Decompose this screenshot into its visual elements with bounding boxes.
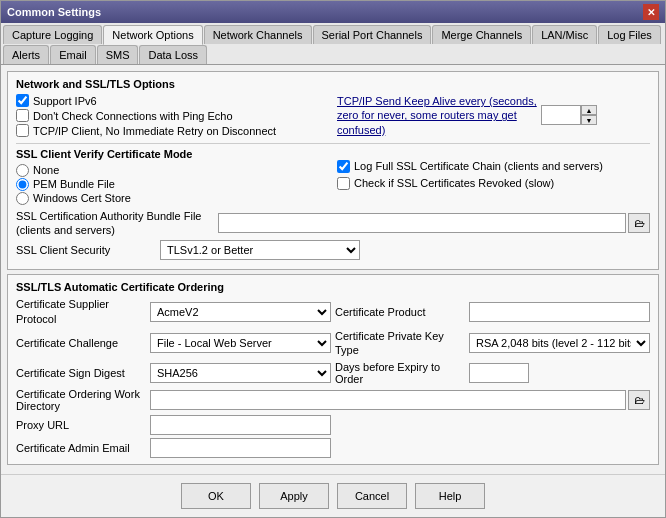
challenge-label: Certificate Challenge <box>16 337 146 349</box>
ssl-client-security-select[interactable]: TLSv1.2 or Better TLSv1.3 or Better Any … <box>160 240 360 260</box>
product-label: Certificate Product <box>335 306 465 318</box>
ssl-cert-authority-input[interactable]: C:\certificates\TrustedCABundle-magdev.p… <box>218 213 626 233</box>
apply-button[interactable]: Apply <box>259 483 329 509</box>
title-bar: Common Settings ✕ <box>1 1 665 23</box>
main-content: Network and SSL/TLS Options Support IPv6… <box>1 65 665 474</box>
ssl-none-label: None <box>33 164 59 176</box>
ssl-pem-label: PEM Bundle File <box>33 178 115 190</box>
no-ping-row: Don't Check Connections with Ping Echo <box>16 109 329 122</box>
ssl-client-title: SSL Client Verify Certificate Mode <box>16 148 329 160</box>
support-ipv6-row: Support IPv6 <box>16 94 329 107</box>
ssl-cert-authority-row: SSL Certification Authority Bundle File … <box>16 209 650 238</box>
work-dir-label: Certificate Ordering Work Directory <box>16 388 146 412</box>
network-ssl-section: Network and SSL/TLS Options Support IPv6… <box>7 71 659 270</box>
ssl-windows-label: Windows Cert Store <box>33 192 131 204</box>
no-retry-row: TCP/IP Client, No Immediate Retry on Dis… <box>16 124 329 137</box>
acme-title: SSL/TLS Automatic Certificate Ordering <box>16 281 650 293</box>
log-full-checkbox[interactable] <box>337 160 350 173</box>
browse-icon-2: 🗁 <box>634 394 645 406</box>
tab-capture-logging[interactable]: Capture Logging <box>3 25 102 44</box>
tab-sms[interactable]: SMS <box>97 45 139 64</box>
sign-digest-select[interactable]: SHA256 SHA384 SHA512 <box>150 363 331 383</box>
private-key-label: Certificate Private Key Type <box>335 329 465 358</box>
tab-log-files[interactable]: Log Files <box>598 25 661 44</box>
supplier-label: Certificate Supplier Protocol <box>16 297 146 326</box>
tcpip-col: TCP/IP Send Keep Alive every (seconds, z… <box>337 94 650 141</box>
network-top: Support IPv6 Don't Check Connections wit… <box>16 94 650 141</box>
ssl-none-row: None <box>16 164 329 177</box>
tab-merge-channels[interactable]: Merge Channels <box>432 25 531 44</box>
tab-serial-port-channels[interactable]: Serial Port Channels <box>313 25 432 44</box>
acme-section: SSL/TLS Automatic Certificate Ordering C… <box>7 274 659 464</box>
ssl-client-row: SSL Client Verify Certificate Mode None … <box>16 148 650 205</box>
ssl-pem-row: PEM Bundle File <box>16 178 329 191</box>
ssl-check-col: Log Full SSL Certificate Chain (clients … <box>337 148 650 205</box>
days-expiry-label: Days before Expiry to Order <box>335 361 465 385</box>
spin-down-button[interactable]: ▼ <box>581 115 597 125</box>
check-revoked-label: Check if SSL Certificates Revoked (slow) <box>354 177 554 189</box>
work-dir-input[interactable]: D:\weblogs\acme-comcap5 <box>150 390 626 410</box>
product-input[interactable]: Let's Encrypt 3 months <box>469 302 650 322</box>
proxy-url-input[interactable] <box>150 415 331 435</box>
tcpip-input[interactable]: 20 <box>541 105 581 125</box>
ssl-windows-radio[interactable] <box>16 192 29 205</box>
ssl-client-security-row: SSL Client Security TLSv1.2 or Better TL… <box>16 240 650 260</box>
ssl-cert-authority-browse-button[interactable]: 🗁 <box>628 213 650 233</box>
challenge-select[interactable]: File - Local Web Server DNS <box>150 333 331 353</box>
tab-bar: Capture Logging Network Options Network … <box>1 23 665 65</box>
log-full-row: Log Full SSL Certificate Chain (clients … <box>337 160 650 173</box>
work-dir-browse-button[interactable]: 🗁 <box>628 390 650 410</box>
ssl-cert-authority-label: SSL Certification Authority Bundle File … <box>16 209 216 238</box>
admin-email-input[interactable]: angus@magsys.co.uk <box>150 438 331 458</box>
ssl-windows-row: Windows Cert Store <box>16 192 329 205</box>
ssl-modes-col: SSL Client Verify Certificate Mode None … <box>16 148 329 205</box>
close-button[interactable]: ✕ <box>643 4 659 20</box>
tab-lan-misc[interactable]: LAN/Misc <box>532 25 597 44</box>
tab-data-loss[interactable]: Data Loss <box>139 45 207 64</box>
help-button[interactable]: Help <box>415 483 485 509</box>
ssl-none-radio[interactable] <box>16 164 29 177</box>
bottom-bar: OK Apply Cancel Help <box>1 474 665 517</box>
support-ipv6-checkbox[interactable] <box>16 94 29 107</box>
no-ping-label: Don't Check Connections with Ping Echo <box>33 110 233 122</box>
tab-email[interactable]: Email <box>50 45 96 64</box>
days-expiry-input[interactable]: 70 <box>469 363 529 383</box>
checkboxes-col: Support IPv6 Don't Check Connections wit… <box>16 94 329 141</box>
proxy-url-label: Proxy URL <box>16 419 146 431</box>
tab-network-channels[interactable]: Network Channels <box>204 25 312 44</box>
tab-alerts[interactable]: Alerts <box>3 45 49 64</box>
no-retry-label: TCP/IP Client, No Immediate Retry on Dis… <box>33 125 276 137</box>
divider-1 <box>16 143 650 144</box>
tcpip-label: TCP/IP Send Keep Alive every (seconds, z… <box>337 94 537 137</box>
sign-digest-label: Certificate Sign Digest <box>16 367 146 379</box>
network-ssl-title: Network and SSL/TLS Options <box>16 78 650 90</box>
tcpip-spin: 20 ▲ ▼ <box>541 105 597 125</box>
support-ipv6-label: Support IPv6 <box>33 95 97 107</box>
ssl-pem-radio[interactable] <box>16 178 29 191</box>
spin-buttons: ▲ ▼ <box>581 105 597 125</box>
private-key-select[interactable]: RSA 2,048 bits (level 2 - 112 bits) RSA … <box>469 333 650 353</box>
admin-email-label: Certificate Admin Email <box>16 442 146 454</box>
tab-network-options[interactable]: Network Options <box>103 25 202 45</box>
spin-up-button[interactable]: ▲ <box>581 105 597 115</box>
window-title: Common Settings <box>7 6 101 18</box>
check-revoked-row: Check if SSL Certificates Revoked (slow) <box>337 177 650 190</box>
ssl-modes: None PEM Bundle File Windows Cert Store <box>16 164 329 205</box>
tcpip-row: TCP/IP Send Keep Alive every (seconds, z… <box>337 94 650 137</box>
browse-icon: 🗁 <box>634 217 645 229</box>
ssl-client-security-label: SSL Client Security <box>16 244 156 256</box>
main-window: Common Settings ✕ Capture Logging Networ… <box>0 0 666 518</box>
ok-button[interactable]: OK <box>181 483 251 509</box>
no-ping-checkbox[interactable] <box>16 109 29 122</box>
check-revoked-checkbox[interactable] <box>337 177 350 190</box>
no-retry-checkbox[interactable] <box>16 124 29 137</box>
log-full-label: Log Full SSL Certificate Chain (clients … <box>354 160 603 172</box>
work-dir-row: D:\weblogs\acme-comcap5 🗁 <box>150 390 650 410</box>
acme-grid: Certificate Supplier Protocol AcmeV2 Acm… <box>16 297 650 457</box>
cancel-button[interactable]: Cancel <box>337 483 407 509</box>
supplier-select[interactable]: AcmeV2 AcmeV1 <box>150 302 331 322</box>
